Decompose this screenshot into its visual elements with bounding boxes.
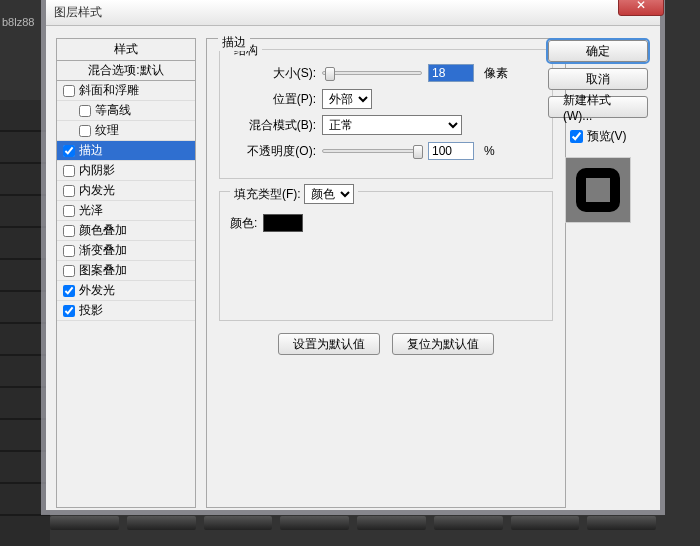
style-item-0[interactable]: 斜面和浮雕 bbox=[57, 81, 195, 101]
opacity-label: 不透明度(O): bbox=[230, 143, 316, 160]
set-default-button[interactable]: 设置为默认值 bbox=[278, 333, 380, 355]
style-label: 外发光 bbox=[79, 282, 115, 299]
style-item-2[interactable]: 纹理 bbox=[57, 121, 195, 141]
opacity-input[interactable]: 100 bbox=[428, 142, 474, 160]
preview-checkbox-row[interactable]: 预览(V) bbox=[548, 128, 648, 145]
style-checkbox[interactable] bbox=[63, 185, 75, 197]
preview-thumbnail bbox=[565, 157, 631, 223]
size-unit: 像素 bbox=[484, 65, 508, 82]
style-label: 等高线 bbox=[95, 102, 131, 119]
blendmode-row: 混合模式(B): 正常 bbox=[230, 112, 542, 138]
size-row: 大小(S): 18 像素 bbox=[230, 60, 542, 86]
style-label: 纹理 bbox=[95, 122, 119, 139]
close-icon: ✕ bbox=[636, 0, 646, 12]
blend-options-label: 混合选项:默认 bbox=[88, 62, 163, 79]
close-button[interactable]: ✕ bbox=[618, 0, 664, 16]
style-label: 颜色叠加 bbox=[79, 222, 127, 239]
color-label: 颜色: bbox=[230, 215, 257, 232]
style-label: 描边 bbox=[79, 142, 103, 159]
dialog-title: 图层样式 bbox=[54, 4, 102, 21]
blend-options-row[interactable]: 混合选项:默认 bbox=[57, 61, 195, 81]
style-label: 内阴影 bbox=[79, 162, 115, 179]
opacity-slider[interactable] bbox=[322, 149, 422, 153]
style-label: 内发光 bbox=[79, 182, 115, 199]
filltype-legend: 填充类型(F): 颜色 bbox=[230, 184, 358, 204]
fill-fieldset: 填充类型(F): 颜色 颜色: bbox=[219, 191, 553, 321]
style-item-1[interactable]: 等高线 bbox=[57, 101, 195, 121]
styles-panel: 样式 混合选项:默认 斜面和浮雕等高线纹理描边内阴影内发光光泽颜色叠加渐变叠加图… bbox=[56, 38, 196, 508]
reset-default-button[interactable]: 复位为默认值 bbox=[392, 333, 494, 355]
filltype-label: 填充类型(F): bbox=[234, 187, 301, 201]
style-checkbox[interactable] bbox=[63, 205, 75, 217]
structure-fieldset: 结构 大小(S): 18 像素 位置(P): 外部 混合模式(B): bbox=[219, 49, 553, 179]
style-checkbox[interactable] bbox=[63, 265, 75, 277]
style-item-3[interactable]: 描边 bbox=[57, 141, 195, 161]
size-input[interactable]: 18 bbox=[428, 64, 474, 82]
style-item-9[interactable]: 图案叠加 bbox=[57, 261, 195, 281]
style-checkbox[interactable] bbox=[63, 285, 75, 297]
style-item-7[interactable]: 颜色叠加 bbox=[57, 221, 195, 241]
dialog-body: 样式 混合选项:默认 斜面和浮雕等高线纹理描边内阴影内发光光泽颜色叠加渐变叠加图… bbox=[46, 26, 660, 510]
right-column: 确定 取消 新建样式(W)... 预览(V) bbox=[548, 40, 648, 223]
style-item-4[interactable]: 内阴影 bbox=[57, 161, 195, 181]
color-row: 颜色: bbox=[230, 210, 542, 236]
color-swatch[interactable] bbox=[263, 214, 303, 232]
style-checkbox[interactable] bbox=[79, 105, 91, 117]
blendmode-label: 混合模式(B): bbox=[230, 117, 316, 134]
size-label: 大小(S): bbox=[230, 65, 316, 82]
titlebar[interactable]: 图层样式 ✕ bbox=[46, 0, 660, 26]
styles-header: 样式 bbox=[57, 39, 195, 61]
filltype-select[interactable]: 颜色 bbox=[304, 184, 354, 204]
style-checkbox[interactable] bbox=[79, 125, 91, 137]
blendmode-select[interactable]: 正常 bbox=[322, 115, 462, 135]
style-label: 光泽 bbox=[79, 202, 103, 219]
style-item-11[interactable]: 投影 bbox=[57, 301, 195, 321]
style-item-8[interactable]: 渐变叠加 bbox=[57, 241, 195, 261]
default-buttons-row: 设置为默认值 复位为默认值 bbox=[219, 333, 553, 355]
position-select[interactable]: 外部 bbox=[322, 89, 372, 109]
layer-style-dialog: 图层样式 ✕ 样式 混合选项:默认 斜面和浮雕等高线纹理描边内阴影内发光光泽颜色… bbox=[46, 0, 660, 510]
preview-label: 预览(V) bbox=[587, 128, 627, 145]
style-item-6[interactable]: 光泽 bbox=[57, 201, 195, 221]
size-slider[interactable] bbox=[322, 71, 422, 75]
style-label: 图案叠加 bbox=[79, 262, 127, 279]
style-checkbox[interactable] bbox=[63, 85, 75, 97]
position-label: 位置(P): bbox=[230, 91, 316, 108]
slider-thumb[interactable] bbox=[325, 67, 335, 81]
preview-shape bbox=[576, 168, 620, 212]
style-checkbox[interactable] bbox=[63, 225, 75, 237]
watermark-text: b8lz88 bbox=[2, 16, 34, 28]
new-style-button[interactable]: 新建样式(W)... bbox=[548, 96, 648, 118]
style-checkbox[interactable] bbox=[63, 245, 75, 257]
style-checkbox[interactable] bbox=[63, 305, 75, 317]
style-label: 投影 bbox=[79, 302, 103, 319]
panel-title: 描边 bbox=[218, 34, 250, 51]
opacity-row: 不透明度(O): 100 % bbox=[230, 138, 542, 164]
style-label: 斜面和浮雕 bbox=[79, 82, 139, 99]
slider-thumb[interactable] bbox=[413, 145, 423, 159]
bottom-strip bbox=[46, 516, 660, 538]
style-checkbox[interactable] bbox=[63, 145, 75, 157]
settings-panel: 结构 大小(S): 18 像素 位置(P): 外部 混合模式(B): bbox=[206, 38, 566, 508]
position-row: 位置(P): 外部 bbox=[230, 86, 542, 112]
ok-button[interactable]: 确定 bbox=[548, 40, 648, 62]
preview-checkbox[interactable] bbox=[570, 130, 583, 143]
opacity-unit: % bbox=[484, 144, 495, 158]
style-checkbox[interactable] bbox=[63, 165, 75, 177]
style-label: 渐变叠加 bbox=[79, 242, 127, 259]
style-item-5[interactable]: 内发光 bbox=[57, 181, 195, 201]
style-item-10[interactable]: 外发光 bbox=[57, 281, 195, 301]
cancel-button[interactable]: 取消 bbox=[548, 68, 648, 90]
background-wall bbox=[0, 100, 50, 546]
